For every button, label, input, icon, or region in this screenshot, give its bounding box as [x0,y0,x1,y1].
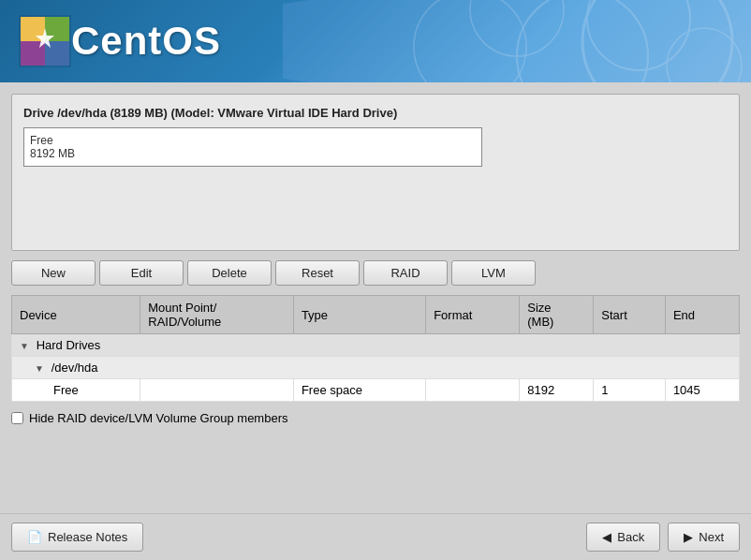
edit-button[interactable]: Edit [99,260,184,286]
new-button[interactable]: New [11,260,96,286]
next-arrow-icon: ▶ [684,530,693,544]
logo: CentOS [19,15,221,67]
dev-hda-group: ▼ /dev/hda [12,357,740,379]
reset-button[interactable]: Reset [275,260,360,286]
drive-bar-size: 8192 MB [30,147,476,160]
drive-panel: Drive /dev/hda (8189 MB) (Model: VMware … [11,94,740,251]
centos-logo-icon [19,15,71,67]
svg-point-4 [414,0,526,82]
release-notes-button[interactable]: 📄 Release Notes [11,523,143,552]
partition-table-wrapper: Device Mount Point/ RAID/Volume Type For… [11,286,740,402]
lvm-button[interactable]: LVM [451,260,536,286]
col-device: Device [12,296,140,334]
drive-bar: Free 8192 MB [23,127,482,167]
svg-point-3 [470,0,564,56]
row-device: Free [12,379,140,402]
back-button[interactable]: ◀ Back [586,523,660,552]
col-format: Format [426,296,520,334]
svg-point-1 [587,0,690,70]
drive-label: Drive /dev/hda (8189 MB) (Model: VMware … [23,106,728,120]
header-background [189,0,751,82]
delete-button[interactable]: Delete [187,260,272,286]
expand-hda-icon[interactable]: ▼ [35,363,48,374]
hard-drives-label: Hard Drives [37,338,101,352]
svg-point-2 [517,0,648,82]
raid-button[interactable]: RAID [363,260,448,286]
svg-point-5 [667,28,742,82]
back-arrow-icon: ◀ [602,530,611,544]
row-format [426,379,520,402]
row-type: Free space [293,379,425,402]
col-type: Type [293,296,425,334]
col-end: End [665,296,739,334]
hard-drives-section: ▼ Hard Drives [12,334,740,357]
logo-text: CentOS [71,19,221,64]
toolbar: New Edit Delete Reset RAID LVM [11,260,740,286]
table-header-row: Device Mount Point/ RAID/Volume Type For… [12,296,740,334]
row-start: 1 [594,379,666,402]
col-size: Size (MB) [520,296,594,334]
table-row[interactable]: Free Free space 8192 1 1045 [12,379,740,402]
col-start: Start [594,296,666,334]
hide-raid-checkbox[interactable] [11,412,23,424]
row-end: 1045 [665,379,739,402]
row-size: 8192 [520,379,594,402]
partition-table: Device Mount Point/ RAID/Volume Type For… [11,295,740,402]
col-mount: Mount Point/ RAID/Volume [140,296,294,334]
row-mount [140,379,294,402]
footer-right: ◀ Back ▶ Next [586,523,740,552]
hide-raid-label[interactable]: Hide RAID device/LVM Volume Group member… [29,411,287,425]
drive-bar-name: Free [30,134,476,147]
document-icon: 📄 [27,530,42,544]
footer: 📄 Release Notes ◀ Back ▶ Next [0,513,751,560]
checkbox-area: Hide RAID device/LVM Volume Group member… [11,411,740,425]
drive-bar-free: Free 8192 MB [24,128,481,166]
header: CentOS [0,0,751,82]
main-content: Drive /dev/hda (8189 MB) (Model: VMware … [0,82,751,425]
expand-harddrives-icon[interactable]: ▼ [20,341,33,351]
svg-point-0 [582,0,732,82]
dev-hda-label: /dev/hda [52,361,98,375]
next-button[interactable]: ▶ Next [668,523,740,552]
